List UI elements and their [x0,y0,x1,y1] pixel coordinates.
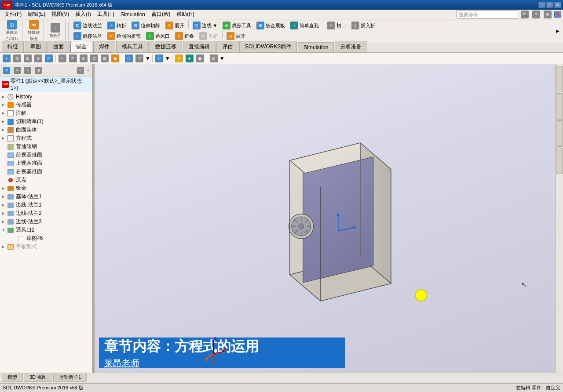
search-button[interactable]: 🔍 [520,10,530,19]
no-fold-button[interactable]: ⊗ 不折 [197,31,220,41]
tree-item-origin[interactable]: 原点 [0,176,92,184]
tree-item-note[interactable]: 注解 [0,109,92,117]
maximize-button[interactable]: □ [546,2,553,8]
tree-item-edge-flange1[interactable]: 边线-法兰1 [0,201,92,209]
view-btn-7[interactable]: 🔍 [68,54,78,63]
tree-item-sheet[interactable]: 钣金 [0,184,92,192]
view-btn-6[interactable]: ↖ [58,54,67,63]
tab-sketch[interactable]: 草图 [25,41,47,52]
right-panel-btn-3[interactable] [556,120,563,147]
extrude-cut-button[interactable]: ⊟ 拉伸切除 [129,21,162,30]
tab-solidworks-plugin[interactable]: SOLIDWORKS插件 [239,41,297,52]
toolbar-more-button[interactable]: ▶ [554,26,561,35]
tree-item-top-plane[interactable]: 上视基准面 [0,159,92,167]
view-btn-8[interactable]: ⊖ [79,54,88,63]
tab-surface[interactable]: 曲面 [48,41,69,52]
cut-button[interactable]: ✂ 切口 [325,21,348,30]
part-title-row[interactable]: SW 零件1 (默认<<默认>_显示状态 1>) [0,76,92,92]
tree-item-sensor[interactable]: 传感器 [0,101,92,109]
view-btn-12[interactable]: ⬡ [124,54,134,63]
tree-item-sketch46[interactable]: 草图46 [0,234,92,243]
vent-button[interactable]: ⊙ 通风口 [144,31,172,41]
unfold-button[interactable]: ↑ 放折片 [48,22,63,40]
draw-bend-button[interactable]: ✏ 绘制的折弯 [105,31,143,41]
unfold2-button[interactable]: ⇑ 展开 [163,21,186,30]
tree-item-edge-flange2[interactable]: 边线-法兰2 [0,209,92,218]
feature-manager-tab[interactable]: ⊞ [2,65,11,75]
tab-evaluate[interactable]: 评估 [216,41,238,52]
view-btn-13[interactable]: ▽ [135,54,144,63]
sheet-plate-button[interactable]: ⊞ 钣金展板 [254,21,287,30]
minimize-button[interactable]: ─ [538,2,545,8]
right-panel-btn-4[interactable] [556,148,563,174]
menu-window[interactable]: 窗口(W) [149,10,173,19]
edge-button[interactable]: ◱ 边线▼ [190,21,220,30]
right-panel-btn-2[interactable] [556,93,563,120]
menu-tools[interactable]: 工具(T) [95,10,117,19]
tab-sheet-metal[interactable]: 钣金 [70,41,92,52]
btab-3dview[interactable]: 3D 视图 [24,373,52,382]
menu-file[interactable]: 文件(F) [2,10,24,19]
config-manager-tab[interactable]: ⊙ [23,65,33,75]
tree-item-surface[interactable]: 曲面实体 [0,126,92,134]
tree-item-history[interactable]: History [0,93,92,101]
simple-hole-button[interactable]: ○ 简单直孔 [288,21,321,30]
btab-model[interactable]: 模型 [2,373,23,382]
tree-item-steel[interactable]: 普通碳钢 [0,142,92,151]
view-btn-17[interactable]: ▣ [195,54,205,63]
view-btn-5[interactable]: ◎ [44,54,54,63]
property-manager-tab[interactable]: ≡ [12,65,22,75]
view-btn-4[interactable]: ⊕ [33,54,43,63]
settings-button[interactable]: ⚙ [543,10,552,19]
expand-button[interactable]: ⊡ 展开 [224,31,248,41]
search-input[interactable] [459,12,516,17]
view-btn-2[interactable]: ⊞ [12,54,22,63]
view-btn-9[interactable]: ⊡ [89,54,99,63]
tree-item-edge-flange3[interactable]: 边线-法兰3 [0,218,92,226]
edge-flange-button[interactable]: ⊏ 边线法兰 [71,21,104,30]
view-btn-15[interactable]: ☀ [174,54,184,63]
tree-item-right-plane[interactable]: 右视基准面 [0,167,92,176]
menu-view[interactable]: 视图(V) [49,10,72,19]
pin-button[interactable]: 📌 [554,11,561,18]
view-btn-3[interactable]: ⊟ [23,54,33,63]
tab-direct-edit[interactable]: 直接编辑 [183,41,216,52]
btab-motion[interactable]: 运动例子1 [53,373,87,382]
view-btn-10[interactable]: ⊠ [100,54,110,63]
tree-item-equation[interactable]: 方程式 [0,134,92,142]
tree-item-front-plane[interactable]: 前视基准面 [0,151,92,159]
tree-item-cutlist[interactable]: 切割清单(1) [0,117,92,126]
tree-item-flat[interactable]: 平板型式 [0,243,92,251]
tab-analysis[interactable]: 分析准备 [335,41,367,52]
view-btn-16[interactable]: ◈ [185,54,194,63]
view-btn-14[interactable]: ⬡ [154,54,164,63]
tree-item-vent2[interactable]: 通风口2 [0,226,92,234]
menu-simulation[interactable]: Simulation [118,11,148,18]
view-btn-1[interactable]: ⊹ [2,54,11,63]
fold-button[interactable]: ⇓ 折叠 [173,31,196,41]
convert-button[interactable]: ⇄ 转换到 钣金 [26,19,42,42]
base-flange-button[interactable]: ◫ 基体法 兰/薄片 [4,19,20,42]
miter-flange2-button[interactable]: ⌐ 斜接法兰 [71,31,104,41]
help-button[interactable]: ? [531,10,541,19]
filter-icon-btn[interactable]: ▽ [76,65,85,75]
menu-insert[interactable]: 插入(I) [73,10,93,19]
window-controls[interactable]: ─ □ ✕ [538,2,561,8]
menu-edit[interactable]: 编辑(E) [25,10,48,19]
tree-item-base-flange1[interactable]: 基体-法兰1 [0,192,92,201]
menu-help[interactable]: 帮助(H) [174,10,197,19]
3d-viewport[interactable]: ↖ 章节内容：方程式的运用 莱昂老师 Z X [95,64,555,373]
tab-simulation[interactable]: Simulation [298,42,334,52]
right-panel-btn-1[interactable] [556,66,563,92]
close-button[interactable]: ✕ [554,2,561,8]
insert-fold-button[interactable]: ↧ 插入折 [349,21,377,30]
display-manager-tab[interactable]: ◑ [33,65,43,75]
miter-flange-button[interactable]: ↗ 转折 [105,21,128,30]
search-area[interactable] [457,11,518,18]
tab-mold[interactable]: 模具工具 [116,41,149,52]
tab-weld[interactable]: 焊件 [93,41,115,52]
view-btn-18[interactable]: ▤ [209,54,219,63]
forming-button[interactable]: ⊕ 成形工具 [220,21,253,30]
view-btn-11[interactable]: ◉ [110,54,120,63]
tab-data-migrate[interactable]: 数据迁移 [150,41,182,52]
